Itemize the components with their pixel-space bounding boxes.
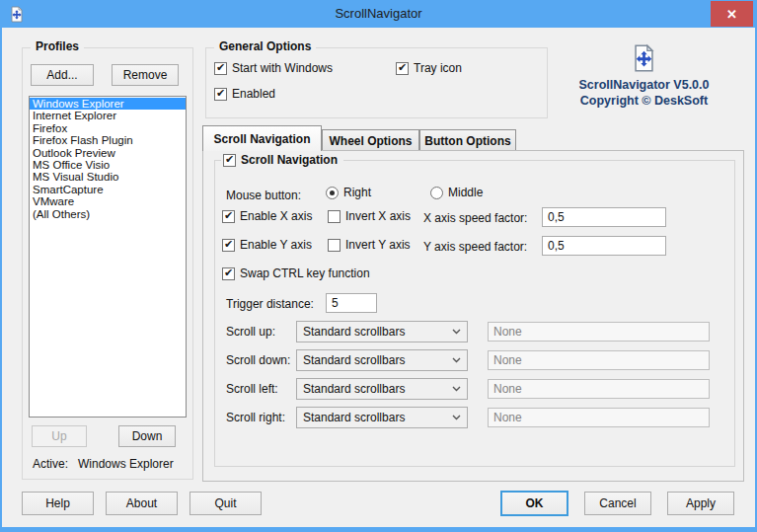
radio-unselected-icon [430,187,443,199]
down-button[interactable]: Down [118,425,176,447]
scroll-navigation-group-label: Scroll Navigation [241,153,338,167]
close-icon: ✕ [726,7,737,22]
titlebar: ScrollNavigator ✕ [0,0,757,28]
scroll-navigation-group: ✔ Scroll Navigation Mouse button: Right … [214,160,735,467]
tray-icon-checkbox[interactable]: ✔ Tray icon [396,61,462,75]
scroll-left-target-input [488,379,710,399]
radio-middle-label: Middle [448,186,483,199]
checkbox-checked-icon: ✔ [396,62,409,75]
list-item[interactable]: Internet Explorer [30,110,186,121]
scroll-navigation-enable-checkbox[interactable]: ✔ Scroll Navigation [221,153,343,167]
mouse-button-right-radio[interactable]: Right [326,186,371,199]
enable-y-axis-label: Enable Y axis [240,238,312,252]
enabled-label: Enabled [232,87,275,101]
start-with-windows-label: Start with Windows [232,61,333,75]
invert-y-axis-label: Invert Y axis [345,238,411,252]
up-button-label: Up [51,429,66,443]
chevron-down-icon [452,415,461,420]
list-item[interactable]: Firefox [30,122,186,134]
down-button-label: Down [132,429,163,443]
profiles-list[interactable]: Windows Explorer Internet Explorer Firef… [29,96,187,418]
profiles-group-label: Profiles [31,39,84,53]
invert-y-axis-checkbox[interactable]: Invert Y axis [328,238,411,252]
enable-y-axis-checkbox[interactable]: ✔ Enable Y axis [222,238,312,252]
scroll-up-dropdown[interactable]: Standard scrollbars [296,321,468,342]
list-item[interactable]: Windows Explorer [30,98,186,110]
tab-scroll-navigation-label: Scroll Navigation [213,132,310,146]
add-button[interactable]: Add... [31,64,94,86]
checkbox-checked-icon: ✔ [223,154,236,167]
active-profile-label: Active: [33,457,68,471]
tab-wheel-options[interactable]: Wheel Options [322,129,419,151]
radio-right-label: Right [343,186,371,199]
scroll-right-target-input [488,408,710,427]
list-item[interactable]: (All Others) [30,208,186,220]
copyright-text: Copyright © DeskSoft [558,94,730,108]
chevron-down-icon [452,329,461,335]
list-item[interactable]: SmartCapture [30,184,186,195]
cancel-button-label: Cancel [599,496,636,510]
trigger-distance-label: Trigger distance: [226,297,314,311]
list-item[interactable]: Outlook Preview [30,147,186,159]
scroll-up-label: Scroll up: [226,325,275,339]
up-button[interactable]: Up [32,425,87,447]
checkbox-unchecked-icon [328,210,341,223]
x-speed-factor-label: X axis speed factor: [423,211,527,225]
scroll-right-dropdown[interactable]: Standard scrollbars [296,407,468,428]
add-button-label: Add... [46,68,77,82]
scroll-up-dropdown-value: Standard scrollbars [303,325,405,339]
cancel-button[interactable]: Cancel [584,492,651,515]
scroll-down-dropdown[interactable]: Standard scrollbars [296,349,468,371]
start-with-windows-checkbox[interactable]: ✔ Start with Windows [214,61,333,75]
ok-button[interactable]: OK [500,491,568,516]
swap-ctrl-checkbox[interactable]: ✔ Swap CTRL key function [222,266,370,280]
about-button-label: About [126,496,157,510]
radio-selected-icon [326,187,339,199]
scroll-down-dropdown-value: Standard scrollbars [303,353,405,367]
dialog-body: Profiles Add... Remove Windows Explorer … [2,28,755,527]
invert-x-axis-label: Invert X axis [345,209,411,223]
close-button[interactable]: ✕ [711,1,753,27]
list-item[interactable]: VMware [30,195,186,207]
y-speed-factor-input[interactable] [542,236,666,256]
checkbox-unchecked-icon [328,239,341,252]
quit-button[interactable]: Quit [189,492,262,515]
tab-button-options[interactable]: Button Options [419,129,516,151]
checkbox-checked-icon: ✔ [222,239,235,252]
invert-x-axis-checkbox[interactable]: Invert X axis [328,209,411,223]
about-button[interactable]: About [106,492,178,515]
remove-button[interactable]: Remove [112,64,179,86]
scroll-right-dropdown-value: Standard scrollbars [303,411,405,424]
scroll-down-label: Scroll down: [226,353,290,367]
list-item[interactable]: MS Office Visio [30,159,186,171]
checkbox-checked-icon: ✔ [222,267,235,280]
apply-button[interactable]: Apply [667,492,734,515]
scroll-up-target-input [488,322,710,342]
list-item[interactable]: Firefox Flash Plugin [30,134,186,146]
ok-button-label: OK [526,496,544,510]
checkbox-checked-icon: ✔ [222,210,235,223]
trigger-distance-input[interactable] [326,293,377,313]
y-speed-factor-label: Y axis speed factor: [423,240,527,254]
enabled-checkbox[interactable]: ✔ Enabled [214,87,275,101]
enable-x-axis-label: Enable X axis [240,209,312,223]
window-title: ScrollNavigator [0,6,757,21]
help-button[interactable]: Help [22,492,94,515]
scroll-right-label: Scroll right: [226,411,285,424]
remove-button-label: Remove [123,68,168,82]
scroll-down-target-input [488,350,710,370]
checkbox-checked-icon: ✔ [214,88,227,101]
branding: ScrollNavigator V5.0.0 Copyright © DeskS… [558,43,730,108]
scroll-left-dropdown[interactable]: Standard scrollbars [296,378,468,400]
enable-x-axis-checkbox[interactable]: ✔ Enable X axis [222,209,312,223]
x-speed-factor-input[interactable] [542,207,666,227]
app-version-text: ScrollNavigator V5.0.0 [558,78,730,92]
list-item[interactable]: MS Visual Studio [30,171,186,183]
scroll-left-label: Scroll left: [226,382,278,396]
swap-ctrl-label: Swap CTRL key function [240,266,370,280]
chevron-down-icon [452,386,461,392]
tab-scroll-navigation[interactable]: Scroll Navigation [202,125,322,151]
mouse-button-middle-radio[interactable]: Middle [430,186,483,199]
app-logo-icon [631,62,657,76]
quit-button-label: Quit [214,496,236,510]
